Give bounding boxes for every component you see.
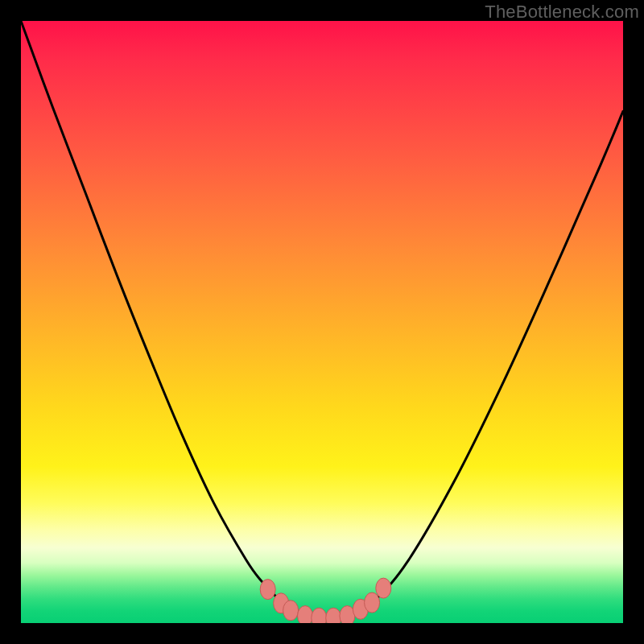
plot-area [21,21,623,623]
bottleneck-curve [21,21,623,618]
chart-frame: TheBottleneck.com [0,0,644,644]
curve-marker [376,578,391,598]
curve-marker [312,608,327,623]
curve-marker [365,592,380,613]
curve-marker [283,601,299,621]
curve-layer [21,21,623,623]
curve-marker [298,606,313,623]
curve-marker [260,580,275,600]
curve-markers [260,578,391,623]
curve-marker [326,608,341,623]
watermark-text: TheBottleneck.com [485,2,639,23]
